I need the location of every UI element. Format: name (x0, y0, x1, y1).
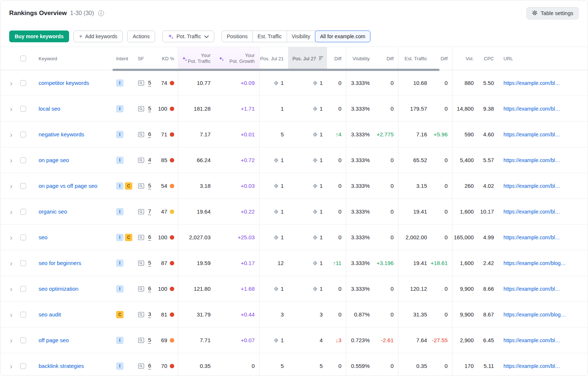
col-header-pos-jul27[interactable]: Pos. Jul 27 (288, 47, 327, 70)
col-header-est-traffic-diff[interactable]: Diff (431, 47, 452, 70)
row-checkbox[interactable] (20, 337, 26, 343)
actions-button[interactable]: Actions (127, 31, 155, 42)
serp-features-count[interactable]: 5 (148, 259, 151, 266)
row-checkbox[interactable] (20, 209, 26, 215)
serp-features-count[interactable]: 7 (148, 208, 151, 215)
url-link[interactable]: https://example.com/bl… (503, 286, 579, 292)
serp-features-count[interactable]: 5 (148, 79, 151, 86)
keyword-link[interactable]: organic seo (39, 208, 67, 215)
url-link[interactable]: https://example.com/blog… (503, 260, 579, 266)
segment-est-traffic[interactable]: Est. Traffic (252, 31, 287, 42)
cpc-cell: 9.38 (478, 96, 498, 121)
keyword-link[interactable]: seo optimization (39, 286, 78, 292)
col-header-visibility-diff[interactable]: Diff (374, 47, 398, 70)
intent-badge-i: I (116, 157, 123, 164)
row-checkbox[interactable] (20, 106, 26, 112)
pot-traffic-cell: 19.64 (178, 199, 215, 224)
table-settings-button[interactable]: Table settings (526, 7, 579, 19)
serp-features-count[interactable]: 6 (148, 234, 151, 240)
pot-growth-cell: +0.03 (215, 173, 259, 198)
col-header-volume[interactable]: Vol. (452, 47, 478, 70)
expand-chevron-icon[interactable]: › (9, 285, 12, 293)
kd-dot-icon (170, 107, 174, 111)
row-checkbox[interactable] (20, 157, 26, 163)
url-cell: https://example.com/bl… (498, 122, 579, 147)
buy-more-keywords-button[interactable]: Buy more keywords (9, 31, 69, 42)
expand-chevron-icon[interactable]: › (9, 105, 12, 112)
row-checkbox[interactable] (20, 363, 26, 369)
url-link[interactable]: https://example.com/bl… (503, 80, 579, 86)
serp-features-count[interactable]: 3 (148, 311, 151, 318)
serp-features-count[interactable]: 6 (148, 131, 151, 137)
keyword-link[interactable]: competitor keywords (39, 80, 89, 86)
expand-chevron-icon[interactable]: › (9, 234, 12, 241)
expand-chevron-icon[interactable]: › (9, 182, 12, 190)
col-header-pos-jul21[interactable]: Pos. Jul 21 (259, 47, 288, 70)
col-header-keyword[interactable]: Keyword (33, 47, 113, 70)
metric-dropdown[interactable]: Pot. Traffic (162, 31, 214, 42)
horizontal-scrollbar[interactable] (112, 69, 440, 71)
keyword-link[interactable]: seo (39, 234, 47, 240)
serp-features-count[interactable]: 5 (148, 337, 151, 343)
keyword-link[interactable]: off page seo (39, 337, 69, 343)
keyword-link[interactable]: negative keywords (39, 131, 84, 137)
row-checkbox[interactable] (20, 234, 26, 240)
table-row: › seo audit C 3 81 31.79 +0.44 3 3 0 0.8… (0, 302, 588, 327)
url-link[interactable]: https://example.com/bl… (503, 132, 579, 137)
col-header-est-traffic[interactable]: Est. Traffic (398, 47, 431, 70)
url-link[interactable]: https://example.com/bl… (503, 157, 579, 163)
col-header-visibility[interactable]: Visibility (346, 47, 374, 70)
url-link[interactable]: https://example.com/bl… (503, 234, 579, 240)
col-header-kd[interactable]: KD % (156, 47, 178, 70)
row-checkbox[interactable] (20, 286, 26, 292)
expand-chevron-icon[interactable]: › (9, 131, 12, 138)
intent-badge-i: I (116, 259, 123, 267)
row-checkbox[interactable] (20, 312, 26, 318)
select-all-checkbox[interactable] (20, 55, 26, 61)
page-title: Rankings Overview (9, 10, 67, 17)
expand-chevron-icon[interactable]: › (9, 157, 12, 164)
expand-chevron-icon[interactable]: › (9, 337, 12, 344)
url-link[interactable]: https://example.com/bl… (503, 337, 579, 343)
url-link[interactable]: https://example.com/bl… (503, 183, 579, 189)
expand-chevron-icon[interactable]: › (9, 362, 12, 370)
serp-features-count[interactable]: 6 (148, 362, 151, 369)
keyword-link[interactable]: on page seo (39, 157, 69, 163)
serp-features-count[interactable]: 6 (148, 285, 151, 292)
expand-chevron-icon[interactable]: › (9, 311, 12, 318)
keyword-link[interactable]: seo audit (39, 311, 61, 318)
url-link[interactable]: https://example.com/bl… (503, 363, 579, 369)
col-header-sf[interactable]: SF (136, 47, 156, 70)
col-header-your-pot-growth[interactable]: YourPot. Growth (215, 47, 259, 70)
keyword-link[interactable]: backlink strategies (39, 363, 84, 369)
row-checkbox[interactable] (20, 183, 26, 189)
intent-badge-c: C (125, 234, 132, 241)
segment-positions[interactable]: Positions (222, 31, 253, 42)
info-icon[interactable]: i (98, 10, 104, 16)
col-header-url[interactable]: URL (498, 47, 579, 70)
url-link[interactable]: https://example.com/bl… (503, 209, 579, 215)
expand-chevron-icon[interactable]: › (9, 208, 12, 215)
row-checkbox[interactable] (20, 132, 26, 137)
expand-chevron-icon[interactable]: › (9, 259, 12, 267)
row-checkbox[interactable] (20, 80, 26, 86)
segment-visibility[interactable]: Visibility (287, 31, 315, 42)
keyword-link[interactable]: local seo (39, 105, 60, 112)
keyword-link[interactable]: on page vs off page seo (39, 183, 97, 189)
add-keywords-button[interactable]: + Add keywords (74, 31, 123, 42)
serp-features-count[interactable]: 5 (148, 105, 151, 112)
segment-all-for-example-com[interactable]: All for example.com (315, 31, 370, 42)
pos-jul27-cell: 1 (288, 225, 327, 250)
keyword-link[interactable]: seo for beginners (39, 260, 81, 266)
col-header-cpc[interactable]: CPC (478, 47, 498, 70)
col-header-your-pot-traffic[interactable]: YourPot. Traffic (178, 47, 215, 70)
cpc-cell: 8.66 (478, 276, 498, 301)
col-header-intent[interactable]: Intent (113, 47, 136, 70)
row-checkbox[interactable] (20, 260, 26, 266)
url-link[interactable]: https://example.com/bl… (503, 106, 579, 112)
serp-features-count[interactable]: 5 (148, 182, 151, 189)
col-header-pos-diff[interactable]: Diff (327, 47, 346, 70)
url-link[interactable]: https://example.com/blog… (503, 312, 579, 318)
expand-chevron-icon[interactable]: › (9, 79, 12, 87)
serp-features-count[interactable]: 4 (148, 157, 151, 163)
